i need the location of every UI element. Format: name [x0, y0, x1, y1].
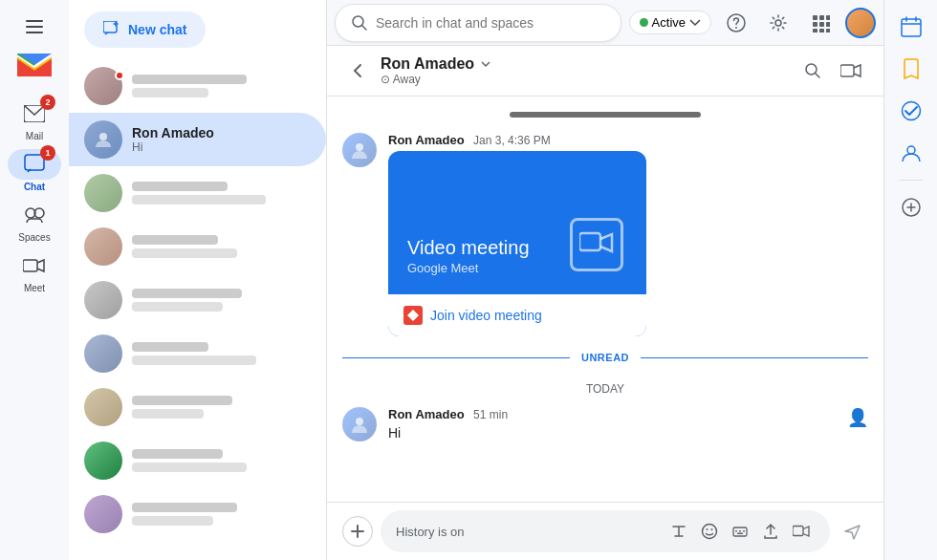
- svg-rect-24: [840, 65, 854, 76]
- message-input-area: History is on: [327, 502, 883, 560]
- chat-label: Chat: [24, 182, 45, 192]
- chat-info: [132, 393, 311, 421]
- svg-rect-2: [26, 32, 43, 33]
- chat-list-item-ron[interactable]: Ron Amadeo Hi: [69, 113, 326, 166]
- chat-list-panel: New chat: [69, 0, 327, 560]
- chat-name: [132, 339, 311, 355]
- active-status-label: Active: [652, 15, 686, 30]
- apps-button[interactable]: [803, 6, 838, 40]
- unread-dot: [115, 71, 124, 80]
- search-bar[interactable]: [335, 4, 621, 42]
- svg-rect-38: [902, 19, 921, 36]
- send-button[interactable]: [838, 516, 868, 547]
- chat-preview: [132, 408, 311, 421]
- chat-list-item[interactable]: [69, 166, 326, 220]
- new-chat-label: New chat: [128, 22, 186, 37]
- calendar-icon-button[interactable]: [892, 8, 930, 46]
- today-label: TODAY: [342, 382, 868, 396]
- nav-item-spaces-icon-wrap: [8, 200, 61, 230]
- search-input[interactable]: [376, 15, 605, 31]
- avatar-wrap: [84, 227, 122, 266]
- nav-item-meet-icon-wrap: [8, 250, 61, 281]
- svg-point-25: [356, 143, 363, 151]
- message-timestamp: Jan 3, 4:36 PM: [473, 134, 551, 147]
- google-meet-icon: [403, 306, 423, 325]
- message-input-wrap[interactable]: History is on: [381, 510, 830, 552]
- dropdown-icon[interactable]: [478, 56, 493, 72]
- add-plugin-button[interactable]: [892, 188, 930, 226]
- svg-rect-26: [579, 233, 600, 250]
- chat-info: [132, 500, 311, 528]
- chat-list-item[interactable]: [69, 327, 326, 380]
- nav-item-chat[interactable]: 1 Chat: [0, 145, 69, 196]
- emoji-button[interactable]: [696, 518, 723, 545]
- mail-badge: 2: [40, 95, 55, 110]
- upload-button[interactable]: [757, 518, 784, 545]
- mail-label: Mail: [26, 131, 43, 141]
- avatar-wrap: [84, 281, 122, 319]
- new-chat-icon: [103, 21, 120, 38]
- topbar: Active: [327, 0, 883, 46]
- avatar-wrap: [84, 495, 122, 533]
- chat-preview: [132, 462, 311, 475]
- help-button[interactable]: [719, 6, 753, 40]
- video-button[interactable]: [788, 518, 815, 545]
- active-status-button[interactable]: Active: [629, 11, 711, 34]
- svg-rect-22: [826, 29, 830, 32]
- divider-line-left: [342, 357, 570, 358]
- chat-name: [132, 500, 311, 515]
- mention-button[interactable]: [727, 518, 753, 545]
- chat-name: [132, 232, 311, 248]
- chat-header-name: Ron Amadeo: [381, 55, 788, 73]
- settings-button[interactable]: [761, 6, 795, 40]
- video-camera-icon: [570, 218, 623, 271]
- contacts-icon: [901, 142, 922, 163]
- svg-rect-20: [813, 29, 817, 32]
- chat-info: [132, 339, 311, 368]
- send-icon: [843, 522, 862, 541]
- unread-divider: UNREAD: [342, 352, 868, 363]
- back-button[interactable]: [342, 55, 373, 86]
- message-group-2: Ron Amadeo 51 min Hi 👤: [342, 407, 868, 442]
- avatar-wrap: [84, 174, 122, 212]
- tasks-icon-button[interactable]: [892, 92, 930, 130]
- plus-circle-icon: [902, 198, 921, 217]
- chat-name: [132, 393, 311, 408]
- message-group: Ron Amadeo Jan 3, 4:36 PM Video meeting …: [342, 133, 868, 336]
- topbar-right: Active: [629, 6, 876, 40]
- video-call-button[interactable]: [834, 54, 868, 88]
- contacts-icon-button[interactable]: [892, 134, 930, 172]
- nav-item-meet[interactable]: Meet: [0, 247, 69, 297]
- add-button[interactable]: [342, 516, 373, 547]
- chat-info: [132, 286, 311, 314]
- chat-preview: [132, 515, 311, 528]
- video-meeting-card[interactable]: Video meeting Google Meet: [388, 151, 646, 336]
- nav-sidebar: 2 Mail 1 Chat Spaces: [0, 0, 69, 560]
- format-text-button[interactable]: [665, 518, 692, 545]
- gear-icon: [769, 13, 788, 32]
- join-video-meeting-button[interactable]: Join video meeting: [388, 294, 646, 336]
- chevron-down-icon: [689, 19, 701, 27]
- chat-list-item[interactable]: [69, 487, 326, 541]
- chat-list-item[interactable]: [69, 59, 326, 113]
- nav-item-spaces[interactable]: Spaces: [0, 196, 69, 247]
- input-actions: [665, 518, 815, 545]
- chat-list-item[interactable]: [69, 434, 326, 487]
- new-chat-button[interactable]: New chat: [84, 11, 206, 48]
- svg-point-30: [707, 528, 708, 530]
- keep-icon-button[interactable]: [892, 50, 930, 88]
- search-chat-button[interactable]: [795, 54, 830, 88]
- chat-header-status: ⊙ Away: [381, 73, 788, 86]
- svg-rect-16: [826, 15, 830, 20]
- user-avatar[interactable]: [845, 8, 876, 38]
- nav-item-mail[interactable]: 2 Mail: [0, 95, 69, 145]
- right-panel-divider: [900, 180, 923, 181]
- chat-list-item[interactable]: [69, 380, 326, 434]
- join-meeting-label: Join video meeting: [430, 308, 542, 323]
- svg-point-13: [775, 20, 781, 26]
- hamburger-menu[interactable]: [15, 8, 54, 46]
- divider-line-right: [641, 357, 868, 358]
- svg-point-28: [356, 418, 363, 425]
- chat-list-item[interactable]: [69, 220, 326, 273]
- chat-list-item[interactable]: [69, 273, 326, 327]
